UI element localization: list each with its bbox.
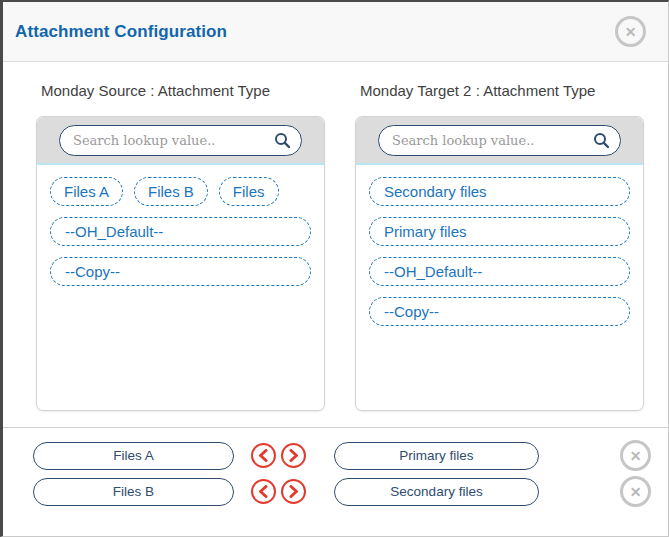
chevron-left-icon: [258, 485, 269, 498]
arrow-group: [251, 443, 306, 468]
source-search-strip: [37, 117, 324, 165]
move-right-button[interactable]: [281, 479, 306, 504]
source-panel-title: Monday Source : Attachment Type: [36, 82, 325, 99]
mapping-source-button[interactable]: Files B: [33, 478, 234, 506]
target-chip[interactable]: --OH_Default--: [369, 257, 630, 286]
dialog-close-button[interactable]: ✕: [615, 16, 646, 47]
target-panel-title: Monday Target 2 : Attachment Type: [355, 82, 644, 99]
chevron-left-icon: [258, 449, 269, 462]
target-chip-list: Secondary files Primary files --OH_Defau…: [356, 165, 643, 338]
source-chip[interactable]: --OH_Default--: [50, 217, 311, 246]
source-chip[interactable]: Files A: [50, 177, 123, 206]
mapping-target-button[interactable]: Secondary files: [334, 478, 539, 506]
search-icon[interactable]: [593, 132, 610, 149]
target-chip[interactable]: --Copy--: [369, 297, 630, 326]
remove-mapping-button[interactable]: ✕: [620, 476, 651, 507]
target-search-strip: [356, 117, 643, 165]
chevron-right-icon: [288, 485, 299, 498]
mapping-row: Files A Primary files ✕: [3, 441, 668, 470]
source-search-pill: [59, 125, 302, 156]
target-panel: Secondary files Primary files --OH_Defau…: [355, 116, 644, 411]
target-chip[interactable]: Primary files: [369, 217, 630, 246]
dialog-header: Attachment Configuration ✕: [3, 2, 668, 62]
dialog-title: Attachment Configuration: [15, 22, 227, 42]
chevron-right-icon: [288, 449, 299, 462]
source-chip[interactable]: Files B: [134, 177, 208, 206]
panel-titles-row: Monday Source : Attachment Type Monday T…: [3, 82, 668, 99]
bottom-divider: [3, 427, 668, 428]
search-icon[interactable]: [274, 132, 291, 149]
source-chip-list: Files A Files B Files --OH_Default-- --C…: [37, 165, 324, 298]
move-left-button[interactable]: [251, 479, 276, 504]
attachment-configuration-dialog: Attachment Configuration ✕ Monday Source…: [0, 0, 669, 537]
close-icon: ✕: [630, 449, 642, 463]
mapping-target-button[interactable]: Primary files: [334, 442, 539, 470]
source-chip[interactable]: Files: [219, 177, 279, 206]
source-chip-row: Files A Files B Files: [50, 177, 311, 206]
target-search-pill: [378, 125, 621, 156]
move-left-button[interactable]: [251, 443, 276, 468]
target-search-input[interactable]: [392, 133, 593, 148]
panels-row: Files A Files B Files --OH_Default-- --C…: [3, 116, 668, 411]
close-icon: ✕: [625, 25, 637, 39]
move-right-button[interactable]: [281, 443, 306, 468]
source-chip[interactable]: --Copy--: [50, 257, 311, 286]
mapping-row: Files B Secondary files ✕: [3, 477, 668, 506]
source-search-input[interactable]: [73, 133, 274, 148]
arrow-group: [251, 479, 306, 504]
close-icon: ✕: [630, 485, 642, 499]
source-panel: Files A Files B Files --OH_Default-- --C…: [36, 116, 325, 411]
remove-mapping-button[interactable]: ✕: [620, 440, 651, 471]
target-chip[interactable]: Secondary files: [369, 177, 630, 206]
mapping-source-button[interactable]: Files A: [33, 442, 234, 470]
